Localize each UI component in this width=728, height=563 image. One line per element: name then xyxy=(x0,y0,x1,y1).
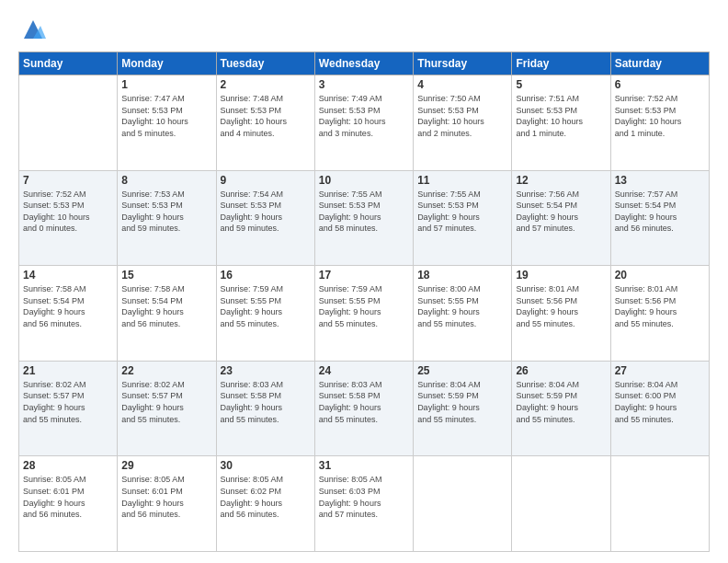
day-info: Sunrise: 7:58 AM Sunset: 5:54 PM Dayligh… xyxy=(23,283,113,329)
calendar-cell: 3Sunrise: 7:49 AM Sunset: 5:53 PM Daylig… xyxy=(314,75,413,171)
calendar-day-header: Tuesday xyxy=(216,52,314,75)
calendar-cell: 29Sunrise: 8:05 AM Sunset: 6:01 PM Dayli… xyxy=(118,456,216,552)
calendar-day-header: Thursday xyxy=(414,52,512,75)
day-info: Sunrise: 7:57 AM Sunset: 5:54 PM Dayligh… xyxy=(615,189,705,235)
calendar-cell: 23Sunrise: 8:03 AM Sunset: 5:58 PM Dayli… xyxy=(216,361,314,456)
page: SundayMondayTuesdayWednesdayThursdayFrid… xyxy=(0,0,728,563)
day-info: Sunrise: 7:54 AM Sunset: 5:53 PM Dayligh… xyxy=(221,189,311,235)
calendar-cell: 27Sunrise: 8:04 AM Sunset: 6:00 PM Dayli… xyxy=(610,361,709,456)
day-info: Sunrise: 8:05 AM Sunset: 6:03 PM Dayligh… xyxy=(319,474,409,520)
day-number: 24 xyxy=(319,364,409,377)
calendar-cell: 2Sunrise: 7:48 AM Sunset: 5:53 PM Daylig… xyxy=(216,75,314,171)
day-info: Sunrise: 7:59 AM Sunset: 5:55 PM Dayligh… xyxy=(221,283,311,329)
calendar-cell xyxy=(512,456,610,552)
calendar-cell: 26Sunrise: 8:04 AM Sunset: 5:59 PM Dayli… xyxy=(512,361,610,456)
day-info: Sunrise: 7:50 AM Sunset: 5:53 PM Dayligh… xyxy=(417,93,507,139)
day-number: 10 xyxy=(319,174,409,187)
calendar-week-row: 1Sunrise: 7:47 AM Sunset: 5:53 PM Daylig… xyxy=(19,75,710,171)
calendar-day-header: Friday xyxy=(512,52,610,75)
day-info: Sunrise: 8:02 AM Sunset: 5:57 PM Dayligh… xyxy=(23,379,113,425)
calendar-cell: 17Sunrise: 7:59 AM Sunset: 5:55 PM Dayli… xyxy=(314,266,413,362)
day-number: 31 xyxy=(319,459,409,472)
calendar-cell: 1Sunrise: 7:47 AM Sunset: 5:53 PM Daylig… xyxy=(118,75,216,171)
calendar-cell: 11Sunrise: 7:55 AM Sunset: 5:53 PM Dayli… xyxy=(414,170,512,266)
header xyxy=(18,17,710,42)
day-info: Sunrise: 7:55 AM Sunset: 5:53 PM Dayligh… xyxy=(417,189,507,235)
day-info: Sunrise: 7:52 AM Sunset: 5:53 PM Dayligh… xyxy=(615,93,705,139)
day-number: 23 xyxy=(221,364,311,377)
calendar-cell: 18Sunrise: 8:00 AM Sunset: 5:55 PM Dayli… xyxy=(414,266,512,362)
day-number: 14 xyxy=(23,269,113,282)
day-info: Sunrise: 8:02 AM Sunset: 5:57 PM Dayligh… xyxy=(121,379,211,425)
day-info: Sunrise: 7:55 AM Sunset: 5:53 PM Dayligh… xyxy=(319,189,409,235)
day-info: Sunrise: 7:51 AM Sunset: 5:53 PM Dayligh… xyxy=(516,93,606,139)
calendar-cell: 30Sunrise: 8:05 AM Sunset: 6:02 PM Dayli… xyxy=(216,456,314,552)
day-info: Sunrise: 7:56 AM Sunset: 5:54 PM Dayligh… xyxy=(516,189,606,235)
day-number: 11 xyxy=(417,174,507,187)
calendar-day-header: Saturday xyxy=(610,52,709,75)
day-number: 19 xyxy=(516,269,606,282)
day-number: 7 xyxy=(23,174,113,187)
day-number: 8 xyxy=(121,174,211,187)
calendar-cell: 9Sunrise: 7:54 AM Sunset: 5:53 PM Daylig… xyxy=(216,170,314,266)
day-info: Sunrise: 7:58 AM Sunset: 5:54 PM Dayligh… xyxy=(121,283,211,329)
calendar-day-header: Monday xyxy=(118,52,216,75)
day-number: 2 xyxy=(221,78,311,91)
day-info: Sunrise: 7:47 AM Sunset: 5:53 PM Dayligh… xyxy=(121,93,211,139)
day-info: Sunrise: 8:04 AM Sunset: 5:59 PM Dayligh… xyxy=(417,379,507,425)
day-info: Sunrise: 8:05 AM Sunset: 6:01 PM Dayligh… xyxy=(121,474,211,520)
day-info: Sunrise: 7:53 AM Sunset: 5:53 PM Dayligh… xyxy=(121,189,211,235)
day-number: 3 xyxy=(319,78,409,91)
calendar-cell: 4Sunrise: 7:50 AM Sunset: 5:53 PM Daylig… xyxy=(414,75,512,171)
calendar-cell: 19Sunrise: 8:01 AM Sunset: 5:56 PM Dayli… xyxy=(512,266,610,362)
day-number: 18 xyxy=(417,269,507,282)
logo-icon xyxy=(20,17,46,42)
day-number: 28 xyxy=(23,459,113,472)
calendar-cell: 22Sunrise: 8:02 AM Sunset: 5:57 PM Dayli… xyxy=(118,361,216,456)
day-info: Sunrise: 7:48 AM Sunset: 5:53 PM Dayligh… xyxy=(221,93,311,139)
day-info: Sunrise: 8:01 AM Sunset: 5:56 PM Dayligh… xyxy=(516,283,606,329)
calendar-cell: 12Sunrise: 7:56 AM Sunset: 5:54 PM Dayli… xyxy=(512,170,610,266)
day-number: 20 xyxy=(615,269,705,282)
calendar-cell: 7Sunrise: 7:52 AM Sunset: 5:53 PM Daylig… xyxy=(19,170,118,266)
day-info: Sunrise: 8:00 AM Sunset: 5:55 PM Dayligh… xyxy=(417,283,507,329)
day-info: Sunrise: 8:04 AM Sunset: 5:59 PM Dayligh… xyxy=(516,379,606,425)
day-info: Sunrise: 7:49 AM Sunset: 5:53 PM Dayligh… xyxy=(319,93,409,139)
day-number: 9 xyxy=(221,174,311,187)
calendar-cell: 6Sunrise: 7:52 AM Sunset: 5:53 PM Daylig… xyxy=(610,75,709,171)
day-number: 30 xyxy=(221,459,311,472)
day-number: 5 xyxy=(516,78,606,91)
calendar-week-row: 28Sunrise: 8:05 AM Sunset: 6:01 PM Dayli… xyxy=(19,456,710,552)
calendar-cell: 5Sunrise: 7:51 AM Sunset: 5:53 PM Daylig… xyxy=(512,75,610,171)
day-number: 21 xyxy=(23,364,113,377)
calendar-cell: 8Sunrise: 7:53 AM Sunset: 5:53 PM Daylig… xyxy=(118,170,216,266)
day-info: Sunrise: 8:01 AM Sunset: 5:56 PM Dayligh… xyxy=(615,283,705,329)
calendar-week-row: 21Sunrise: 8:02 AM Sunset: 5:57 PM Dayli… xyxy=(19,361,710,456)
calendar-cell xyxy=(414,456,512,552)
day-info: Sunrise: 8:04 AM Sunset: 6:00 PM Dayligh… xyxy=(615,379,705,425)
day-number: 15 xyxy=(121,269,211,282)
calendar-cell: 25Sunrise: 8:04 AM Sunset: 5:59 PM Dayli… xyxy=(414,361,512,456)
day-number: 12 xyxy=(516,174,606,187)
day-number: 6 xyxy=(615,78,705,91)
day-info: Sunrise: 8:03 AM Sunset: 5:58 PM Dayligh… xyxy=(221,379,311,425)
day-info: Sunrise: 8:05 AM Sunset: 6:01 PM Dayligh… xyxy=(23,474,113,520)
calendar-header-row: SundayMondayTuesdayWednesdayThursdayFrid… xyxy=(19,52,710,75)
calendar-cell: 20Sunrise: 8:01 AM Sunset: 5:56 PM Dayli… xyxy=(610,266,709,362)
calendar-cell: 28Sunrise: 8:05 AM Sunset: 6:01 PM Dayli… xyxy=(19,456,118,552)
day-number: 13 xyxy=(615,174,705,187)
day-info: Sunrise: 8:05 AM Sunset: 6:02 PM Dayligh… xyxy=(221,474,311,520)
calendar-cell: 16Sunrise: 7:59 AM Sunset: 5:55 PM Dayli… xyxy=(216,266,314,362)
calendar-cell: 21Sunrise: 8:02 AM Sunset: 5:57 PM Dayli… xyxy=(19,361,118,456)
calendar-cell: 24Sunrise: 8:03 AM Sunset: 5:58 PM Dayli… xyxy=(314,361,413,456)
logo xyxy=(18,17,46,42)
day-number: 25 xyxy=(417,364,507,377)
calendar-week-row: 14Sunrise: 7:58 AM Sunset: 5:54 PM Dayli… xyxy=(19,266,710,362)
day-number: 26 xyxy=(516,364,606,377)
day-number: 1 xyxy=(121,78,211,91)
day-number: 17 xyxy=(319,269,409,282)
calendar-cell xyxy=(610,456,709,552)
day-info: Sunrise: 7:52 AM Sunset: 5:53 PM Dayligh… xyxy=(23,189,113,235)
day-number: 16 xyxy=(221,269,311,282)
calendar-cell: 15Sunrise: 7:58 AM Sunset: 5:54 PM Dayli… xyxy=(118,266,216,362)
